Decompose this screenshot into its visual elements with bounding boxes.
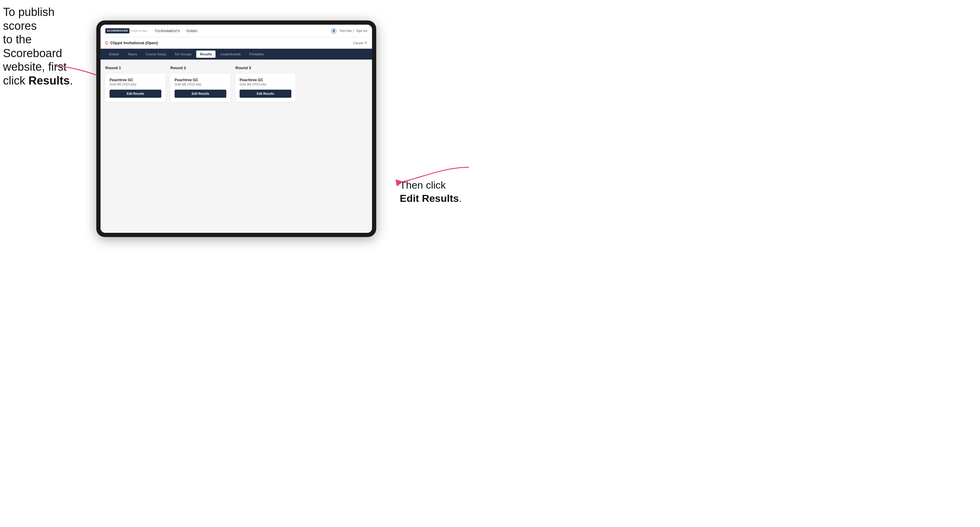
round-2-title: Round 2 [170,65,231,70]
logo-subtitle: Powered by clippd [130,30,147,32]
tournament-title: Clippd Invitational (Open) [110,41,353,45]
round-2-card: Peachtree GC Gold (M) (7010 yds) Edit Re… [170,74,231,102]
round-1-details: Gold (M) (7010 yds) [110,83,161,86]
round-3-title: Round 3 [235,65,296,70]
round-2-course: Peachtree GC [175,78,226,82]
tablet-frame: SCOREBOARD Powered by clippd TOURNAMENTS… [96,21,376,237]
top-nav: SCOREBOARD Powered by clippd TOURNAMENTS… [100,25,372,37]
cancel-button[interactable]: Cancel ✕ [353,41,367,45]
round-1-course: Peachtree GC [110,78,161,82]
round-3-details: Gold (M) (7010 yds) [240,83,291,86]
instruction-left: To publish scores to the Scoreboard webs… [3,5,87,88]
tab-results[interactable]: Results [196,51,215,58]
tournament-bar: C Clippd Invitational (Open) Cancel ✕ [100,37,372,49]
nav-tournaments[interactable]: TOURNAMENTS [154,29,180,33]
tab-course-setup[interactable]: Course Setup [142,51,169,58]
tab-printables[interactable]: Printables [246,51,267,58]
scoreboard-logo: SCOREBOARD [105,28,129,33]
instruction-right: Then click Edit Results. [400,178,478,205]
edit-results-round-3[interactable]: Edit Results [240,90,291,98]
round-2-column: Round 2 Peachtree GC Gold (M) (7010 yds)… [170,65,231,102]
tab-teams[interactable]: Teams [124,51,141,58]
main-content: Round 1 Peachtree GC Gold (M) (7010 yds)… [100,60,372,233]
round-1-card: Peachtree GC Gold (M) (7010 yds) Edit Re… [105,74,165,102]
tab-leaderboards[interactable]: Leaderboards [217,51,244,58]
edit-results-round-1[interactable]: Edit Results [110,90,161,98]
top-nav-links: TOURNAMENTS TEAMS [154,29,330,33]
nav-teams[interactable]: TEAMS [186,29,197,33]
tab-bar: Details Teams Course Setup Tee Groups Re… [100,49,372,60]
top-nav-right: 👤 Test User | Sign out [331,28,367,34]
rounds-grid: Round 1 Peachtree GC Gold (M) (7010 yds)… [105,65,367,102]
sign-out-link[interactable]: Sign out [356,29,367,32]
edit-results-round-2[interactable]: Edit Results [175,90,226,98]
user-name: Test User | [339,29,354,32]
tablet-screen: SCOREBOARD Powered by clippd TOURNAMENTS… [100,25,372,233]
tab-tee-groups[interactable]: Tee Groups [171,51,195,58]
round-1-column: Round 1 Peachtree GC Gold (M) (7010 yds)… [105,65,165,102]
user-avatar: 👤 [331,28,337,34]
round-3-course: Peachtree GC [240,78,291,82]
round-3-card: Peachtree GC Gold (M) (7010 yds) Edit Re… [235,74,296,102]
round-3-column: Round 3 Peachtree GC Gold (M) (7010 yds)… [235,65,296,102]
logo-area: SCOREBOARD Powered by clippd [105,28,147,33]
round-1-title: Round 1 [105,65,165,70]
tournament-icon: C [105,41,108,45]
tab-details[interactable]: Details [105,51,123,58]
round-2-details: Gold (M) (7010 yds) [175,83,226,86]
